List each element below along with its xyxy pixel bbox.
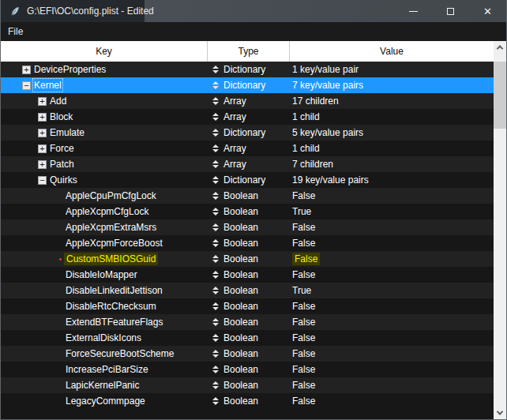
row-key[interactable]: Emulate	[50, 127, 84, 138]
table-row[interactable]: ForceSecureBootSchemeBooleanFalse	[1, 346, 494, 362]
row-key[interactable]: DeviceProperties	[34, 64, 106, 75]
row-type[interactable]: Boolean	[223, 285, 258, 296]
row-key[interactable]: Kernel	[34, 80, 62, 91]
maximize-button[interactable]	[432, 0, 469, 22]
table-row[interactable]: +AddArray17 children	[1, 93, 494, 109]
row-type[interactable]: Boolean	[223, 348, 258, 359]
table-row[interactable]: CustomSMBIOSGuidBooleanFalse	[1, 251, 494, 267]
table-row[interactable]: DisableIoMapperBooleanFalse	[1, 267, 494, 283]
row-value[interactable]: 19 key/value pairs	[292, 174, 369, 186]
row-value[interactable]: 17 children	[292, 96, 339, 107]
table-row[interactable]: AppleCpuPmCfgLockBooleanFalse	[1, 188, 494, 204]
expander-icon[interactable]: +	[38, 160, 47, 169]
table-row[interactable]: AppleXcpmForceBoostBooleanFalse	[1, 235, 494, 251]
row-key[interactable]: Patch	[50, 159, 74, 170]
row-value[interactable]: False	[292, 222, 315, 233]
table-row[interactable]: LegacyCommpageBooleanFalse	[1, 393, 494, 409]
row-type[interactable]: Dictionary	[223, 64, 265, 75]
row-type[interactable]: Boolean	[223, 222, 258, 233]
menu-item-file[interactable]: File	[1, 26, 30, 37]
row-type[interactable]: Dictionary	[223, 127, 265, 138]
row-value[interactable]: False	[292, 364, 315, 375]
row-value[interactable]: 7 key/value pairs	[292, 80, 363, 91]
row-key[interactable]: ExtendBTFeatureFlags	[66, 317, 163, 328]
type-dropdown-icon[interactable]	[212, 129, 219, 137]
row-key[interactable]: AppleCpuPmCfgLock	[66, 190, 156, 201]
row-type[interactable]: Boolean	[223, 206, 258, 217]
table-row[interactable]: +DevicePropertiesDictionary1 key/value p…	[1, 62, 494, 77]
type-dropdown-icon[interactable]	[212, 81, 219, 89]
row-type[interactable]: Boolean	[223, 253, 258, 264]
row-type[interactable]: Boolean	[223, 332, 258, 343]
type-dropdown-icon[interactable]	[212, 66, 219, 73]
table-row[interactable]: +ForceArray1 child	[1, 141, 494, 156]
type-dropdown-icon[interactable]	[212, 239, 219, 247]
row-key[interactable]: LegacyCommpage	[66, 396, 145, 407]
row-value[interactable]: False	[292, 253, 320, 265]
scroll-up-button[interactable]	[494, 41, 506, 54]
type-dropdown-icon[interactable]	[212, 271, 219, 279]
row-type[interactable]: Dictionary	[223, 80, 265, 91]
row-value[interactable]: False	[292, 301, 315, 312]
table-row[interactable]: −KernelDictionary7 key/value pairs	[1, 77, 494, 93]
expander-icon[interactable]: +	[38, 97, 47, 106]
table-row[interactable]: DisableLinkeditJettisonBooleanTrue	[1, 283, 494, 298]
row-value[interactable]: False	[292, 190, 315, 201]
row-type[interactable]: Boolean	[223, 364, 258, 375]
row-type[interactable]: Dictionary	[223, 174, 265, 186]
table-row[interactable]: −QuirksDictionary19 key/value pairs	[1, 172, 494, 188]
table-row[interactable]: AppleXcpmExtraMsrsBooleanFalse	[1, 219, 494, 235]
type-dropdown-icon[interactable]	[212, 160, 219, 168]
column-header-type[interactable]: Type	[208, 41, 290, 62]
type-dropdown-icon[interactable]	[212, 302, 219, 310]
expander-icon[interactable]: −	[22, 81, 31, 90]
expander-icon[interactable]: +	[38, 144, 47, 153]
row-value[interactable]: 1 child	[292, 143, 320, 154]
row-key[interactable]: AppleXcpmForceBoost	[66, 238, 163, 249]
type-dropdown-icon[interactable]	[212, 334, 219, 342]
row-key[interactable]: DisableLinkeditJettison	[66, 285, 163, 296]
expander-icon[interactable]: −	[38, 176, 47, 185]
row-type[interactable]: Boolean	[223, 190, 258, 201]
table-row[interactable]: +EmulateDictionary5 key/value pairs	[1, 125, 494, 141]
row-key[interactable]: CustomSMBIOSGuid	[64, 253, 158, 265]
row-key[interactable]: ForceSecureBootScheme	[66, 348, 174, 359]
row-value[interactable]: False	[292, 380, 315, 391]
type-dropdown-icon[interactable]	[212, 208, 219, 216]
table-row[interactable]: AppleXcpmCfgLockBooleanTrue	[1, 204, 494, 219]
row-value[interactable]: 7 children	[292, 159, 333, 170]
table-row[interactable]: IncreasePciBarSizeBooleanFalse	[1, 362, 494, 377]
row-type[interactable]: Array	[223, 159, 246, 170]
type-dropdown-icon[interactable]	[212, 223, 219, 231]
type-dropdown-icon[interactable]	[212, 97, 219, 105]
row-value[interactable]: False	[292, 332, 315, 343]
scrollbar-thumb[interactable]	[494, 62, 506, 129]
row-value[interactable]: False	[292, 396, 315, 407]
expander-icon[interactable]: +	[38, 129, 47, 137]
type-dropdown-icon[interactable]	[212, 192, 219, 200]
row-key[interactable]: AppleXcpmExtraMsrs	[66, 222, 156, 233]
row-value[interactable]: True	[292, 285, 311, 296]
table-row[interactable]: +PatchArray7 children	[1, 156, 494, 172]
type-dropdown-icon[interactable]	[212, 255, 219, 263]
table-row[interactable]: +BlockArray1 child	[1, 109, 494, 125]
row-type[interactable]: Boolean	[223, 380, 258, 391]
row-type[interactable]: Array	[223, 111, 246, 122]
type-dropdown-icon[interactable]	[212, 366, 219, 373]
row-type[interactable]: Boolean	[223, 396, 258, 407]
table-row[interactable]: ExtendBTFeatureFlagsBooleanFalse	[1, 314, 494, 330]
row-type[interactable]: Array	[223, 96, 246, 107]
row-value[interactable]: 1 child	[292, 111, 320, 122]
row-value[interactable]: 1 key/value pair	[292, 64, 359, 75]
row-value[interactable]: 5 key/value pairs	[292, 127, 363, 138]
row-value[interactable]: False	[292, 269, 315, 280]
row-value[interactable]: False	[292, 238, 315, 249]
row-key[interactable]: AppleXcpmCfgLock	[66, 206, 148, 217]
row-key[interactable]: LapicKernelPanic	[66, 380, 139, 391]
type-dropdown-icon[interactable]	[212, 381, 219, 389]
row-type[interactable]: Boolean	[223, 301, 258, 312]
close-button[interactable]: ✕	[469, 0, 506, 22]
row-type[interactable]: Boolean	[223, 269, 258, 280]
row-value[interactable]: False	[292, 317, 315, 328]
type-dropdown-icon[interactable]	[212, 176, 219, 184]
